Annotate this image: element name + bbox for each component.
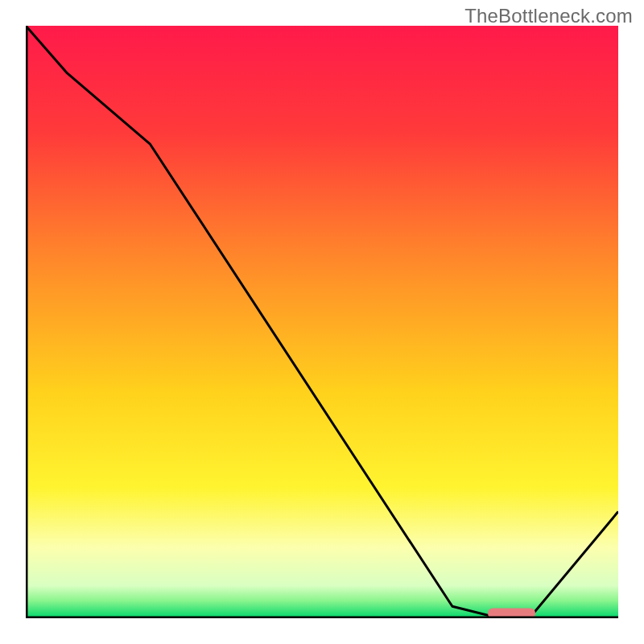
chart-svg bbox=[26, 26, 618, 618]
watermark-text: TheBottleneck.com bbox=[464, 5, 633, 27]
chart-frame: TheBottleneck.com bbox=[0, 0, 644, 644]
bottleneck-chart bbox=[26, 26, 618, 618]
